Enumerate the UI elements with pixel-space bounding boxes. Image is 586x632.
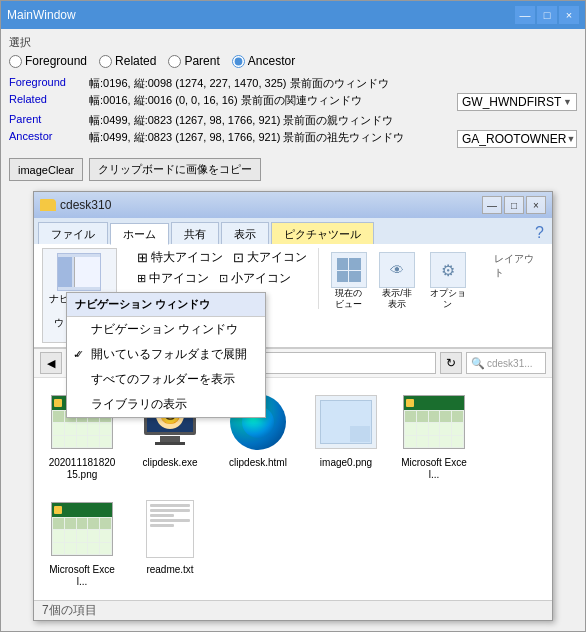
- file-name-image0: image0.png: [320, 457, 372, 469]
- dropdown-item-libraries-label: ライブラリの表示: [91, 396, 187, 413]
- ancestor-combo[interactable]: GA_ROOTOWNER ▼: [457, 130, 577, 148]
- icon-row-2: ⊞ 中アイコン ⊡ 小アイコン: [134, 269, 310, 288]
- maximize-button[interactable]: □: [537, 6, 557, 24]
- doc-line-2: [150, 509, 190, 512]
- large-icon: ⊡: [233, 250, 244, 265]
- file-item-excel1[interactable]: Microsoft Excel...: [394, 386, 474, 485]
- cv-cell4: [349, 271, 361, 283]
- explorer-maximize-button[interactable]: □: [504, 196, 524, 214]
- monitor-base: [155, 442, 185, 445]
- thumb-image0: [315, 395, 377, 449]
- thumb-excel2-grid: [52, 517, 112, 555]
- file-thumb-readme: [138, 497, 202, 561]
- tab-picture-tools[interactable]: ピクチャツール: [271, 222, 374, 244]
- parent-value: 幅:0499, 縦:0823 (1267, 98, 1766, 921) 景前面…: [89, 113, 577, 128]
- eye-icon: 👁: [390, 262, 404, 278]
- icon-small[interactable]: ⊡ 小アイコン: [216, 269, 294, 288]
- search-placeholder: cdesk31...: [487, 358, 533, 369]
- thumb-doc: [146, 500, 194, 558]
- radio-section: 選択 Foreground Related Parent Ancestor: [1, 29, 585, 72]
- info-table: Foreground 幅:0196, 縦:0098 (1274, 227, 14…: [1, 72, 585, 154]
- refresh-button[interactable]: ↻: [440, 352, 462, 374]
- explorer-close-button[interactable]: ×: [526, 196, 546, 214]
- icon-medium[interactable]: ⊞ 中アイコン: [134, 269, 212, 288]
- related-value: 幅:0016, 縦:0016 (0, 0, 16, 16) 景前面の関連ウィンド…: [89, 93, 449, 108]
- current-view-button[interactable]: 現在のビュー: [327, 248, 371, 314]
- dropdown-item-navpane-label: ナビゲーション ウィンドウ: [91, 321, 238, 338]
- file-item-readme[interactable]: readme.txt: [130, 493, 210, 592]
- file-name-html: clipdesk.html: [229, 457, 287, 469]
- radio-ancestor[interactable]: Ancestor: [232, 54, 295, 68]
- file-thumb-image0: [314, 390, 378, 454]
- parent-label: Parent: [9, 113, 89, 125]
- dropdown-item-all-folders[interactable]: すべてのフォルダーを表示: [67, 367, 265, 392]
- explorer-window: cdesk310 — □ × ファイル ホーム 共有 表示 ピクチャツール ?: [33, 191, 553, 621]
- explorer-title-controls: — □ ×: [482, 196, 546, 214]
- nav-pane-left-panel: [58, 257, 72, 287]
- icon-row-1: ⊞ 特大アイコン ⊡ 大アイコン: [134, 248, 310, 267]
- related-combo[interactable]: GW_HWNDFIRST ▼: [457, 93, 577, 111]
- explorer-minimize-button[interactable]: —: [482, 196, 502, 214]
- file-item-image0[interactable]: image0.png: [306, 386, 386, 485]
- minimize-button[interactable]: —: [515, 6, 535, 24]
- options-icon: ⚙: [430, 252, 466, 288]
- thumb-excel2: [51, 502, 113, 556]
- search-box[interactable]: 🔍 cdesk31...: [466, 352, 546, 374]
- thumb-image0-inner2: [350, 426, 370, 442]
- info-row-ancestor: Ancestor 幅:0499, 縦:0823 (1267, 98, 1766,…: [9, 130, 577, 148]
- show-hide-button[interactable]: 👁 表示/非表示: [375, 248, 419, 314]
- image-clear-button[interactable]: imageClear: [9, 158, 83, 181]
- show-hide-icon: 👁: [379, 252, 415, 288]
- file-name-excel2: Microsoft Excel...: [46, 564, 118, 588]
- dropdown-header: ナビゲーション ウィンドウ: [67, 293, 265, 317]
- icon-large[interactable]: ⊡ 大アイコン: [230, 248, 310, 267]
- tab-file[interactable]: ファイル: [38, 222, 108, 244]
- dropdown-item-navpane[interactable]: ナビゲーション ウィンドウ: [67, 317, 265, 342]
- back-button[interactable]: ◀: [40, 352, 62, 374]
- options-button[interactable]: ⚙ オプション: [423, 248, 473, 314]
- icon-very-large[interactable]: ⊞ 特大アイコン: [134, 248, 226, 267]
- thumb-excel2-bar: [52, 503, 112, 517]
- file-thumb-excel2: [50, 497, 114, 561]
- copy-clipboard-button[interactable]: クリップボードに画像をコピー: [89, 158, 261, 181]
- ancestor-label: Ancestor: [9, 130, 89, 142]
- tab-home[interactable]: ホーム: [110, 223, 169, 245]
- radio-foreground[interactable]: Foreground: [9, 54, 87, 68]
- very-large-icon: ⊞: [137, 250, 148, 265]
- dropdown-item-expand[interactable]: ✓ 開いているフォルダまで展開: [67, 342, 265, 367]
- close-button[interactable]: ×: [559, 6, 579, 24]
- nav-pane-icon: [57, 253, 101, 291]
- tab-view[interactable]: 表示: [221, 222, 269, 244]
- explorer-title-bar: cdesk310 — □ ×: [34, 192, 552, 218]
- window-title: MainWindow: [7, 8, 76, 22]
- radio-related[interactable]: Related: [99, 54, 156, 68]
- file-item-excel2[interactable]: Microsoft Excel...: [42, 493, 122, 592]
- help-button[interactable]: ?: [531, 222, 548, 244]
- explorer-title-left: cdesk310: [40, 198, 111, 212]
- title-bar: MainWindow — □ ×: [1, 1, 585, 29]
- nav-pane-dropdown: ナビゲーション ウィンドウ ナビゲーション ウィンドウ ✓ 開いているフォルダま…: [66, 292, 266, 418]
- selection-label: 選択: [9, 35, 577, 50]
- doc-line-3: [150, 514, 174, 517]
- thumb-excel1-icon: [406, 399, 414, 407]
- doc-line-5: [150, 524, 174, 527]
- file-name-readme: readme.txt: [146, 564, 193, 576]
- radio-row: Foreground Related Parent Ancestor: [9, 54, 577, 68]
- status-bar: 7個の項目: [34, 600, 552, 620]
- search-icon: 🔍: [471, 357, 485, 370]
- radio-parent[interactable]: Parent: [168, 54, 219, 68]
- combo-arrow-related: ▼: [563, 97, 572, 107]
- combo-arrow-ancestor: ▼: [566, 134, 575, 144]
- dropdown-item-libraries[interactable]: ライブラリの表示: [67, 392, 265, 417]
- main-window: MainWindow — □ × 選択 Foreground Related P…: [0, 0, 586, 632]
- status-text: 7個の項目: [42, 602, 97, 619]
- cv-cell3: [337, 271, 349, 283]
- info-row-related: Related 幅:0016, 縦:0016 (0, 0, 16, 16) 景前…: [9, 93, 577, 111]
- tab-share[interactable]: 共有: [171, 222, 219, 244]
- folder-icon: [40, 199, 56, 211]
- related-label: Related: [9, 93, 89, 105]
- thumb-excel-icon: [54, 399, 62, 407]
- file-name-exe: clipdesk.exe: [142, 457, 197, 469]
- file-thumb-excel1: [402, 390, 466, 454]
- info-row-foreground: Foreground 幅:0196, 縦:0098 (1274, 227, 14…: [9, 76, 577, 91]
